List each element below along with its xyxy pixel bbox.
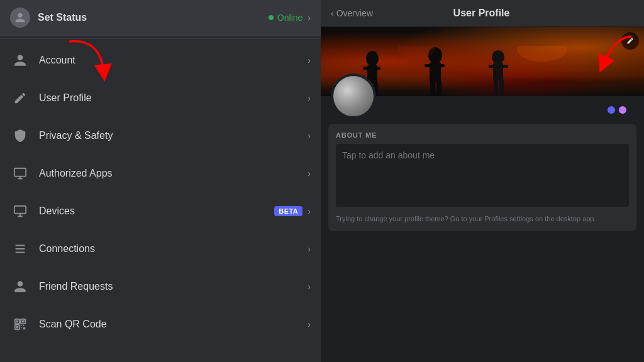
set-status-label: Set Status (38, 12, 269, 23)
menu-item-friend-requests[interactable]: Friend Requests › (0, 268, 321, 305)
svg-rect-27 (489, 65, 495, 68)
right-panel: ‹ Overview User Profile (321, 0, 644, 362)
svg-rect-6 (22, 321, 25, 323)
dot-purple (619, 106, 626, 114)
friend-requests-icon (10, 277, 30, 297)
account-icon (10, 50, 30, 70)
left-panel: Set Status Online › Account › User Pr (0, 0, 321, 362)
menu-item-user-profile[interactable]: User Profile › (0, 79, 321, 117)
menu-item-authorized-apps[interactable]: Authorized Apps › (0, 155, 321, 192)
about-hint: Trying to change your profile theme? Go … (336, 214, 629, 224)
monitor-icon (10, 201, 30, 221)
svg-rect-22 (438, 64, 445, 67)
svg-rect-15 (363, 67, 369, 70)
devices-label: Devices (39, 206, 269, 217)
svg-point-13 (366, 51, 379, 66)
right-panel-title: User Profile (373, 8, 590, 19)
svg-rect-12 (23, 327, 26, 330)
connections-chevron-icon: › (308, 244, 311, 254)
svg-rect-4 (16, 321, 19, 323)
profile-content: ABOUT ME Trying to change your profile t… (321, 27, 644, 362)
menu-item-devices[interactable]: Devices BETA › (0, 192, 321, 230)
status-chevron-icon: › (308, 13, 311, 23)
svg-rect-1 (14, 168, 26, 177)
menu-item-scan-qr-code[interactable]: Scan QR Code › (0, 305, 321, 343)
connections-icon (10, 239, 30, 259)
svg-point-31 (517, 46, 567, 62)
avatar-dots-row (321, 96, 644, 119)
qr-chevron-icon: › (308, 319, 311, 329)
privacy-chevron-icon: › (308, 131, 311, 141)
friend-requests-label: Friend Requests (39, 281, 303, 292)
shield-icon (10, 126, 30, 146)
svg-rect-21 (425, 64, 431, 67)
svg-rect-24 (436, 81, 441, 96)
svg-rect-2 (14, 206, 26, 214)
svg-rect-28 (502, 65, 508, 68)
online-dot (269, 15, 274, 20)
set-status-row[interactable]: Set Status Online › (0, 0, 321, 36)
account-label: Account (39, 55, 303, 66)
connections-label: Connections (39, 243, 303, 255)
svg-rect-23 (430, 81, 435, 96)
status-icon (10, 8, 30, 28)
authorized-apps-label: Authorized Apps (39, 168, 303, 179)
about-me-label: ABOUT ME (336, 131, 629, 139)
svg-rect-8 (16, 326, 19, 329)
menu-item-connections[interactable]: Connections › (0, 230, 321, 268)
svg-rect-30 (499, 79, 504, 96)
divider-1 (0, 38, 321, 39)
menu-item-account[interactable]: Account › (0, 41, 321, 79)
user-profile-label: User Profile (39, 92, 303, 104)
avatar-area (331, 74, 376, 119)
svg-rect-11 (21, 327, 22, 329)
profile-dots (597, 101, 636, 119)
authorized-apps-icon (10, 163, 30, 184)
about-section: ABOUT ME Trying to change your profile t… (328, 124, 636, 231)
user-profile-chevron-icon: › (308, 93, 311, 103)
right-header: ‹ Overview User Profile (321, 0, 644, 27)
authorized-apps-chevron-icon: › (308, 168, 311, 178)
edit-banner-button[interactable] (621, 32, 639, 50)
beta-badge: BETA (274, 206, 303, 216)
devices-chevron-icon: › (308, 206, 311, 216)
dot-blue (608, 106, 615, 114)
scan-qr-code-label: Scan QR Code (39, 319, 303, 330)
back-button[interactable]: ‹ Overview (331, 8, 373, 18)
qr-code-icon (10, 314, 30, 334)
about-me-textarea[interactable] (336, 144, 629, 207)
overview-back-label: Overview (336, 8, 373, 18)
svg-rect-9 (21, 325, 22, 326)
friend-requests-chevron-icon: › (308, 282, 311, 292)
svg-rect-16 (374, 67, 380, 70)
avatar (331, 74, 376, 119)
edit-icon (10, 88, 30, 108)
svg-point-25 (492, 50, 504, 64)
online-status: Online (269, 13, 303, 23)
back-chevron-icon: ‹ (331, 8, 334, 18)
privacy-safety-label: Privacy & Safety (39, 130, 303, 141)
account-chevron-icon: › (308, 55, 311, 65)
menu-item-privacy-safety[interactable]: Privacy & Safety › (0, 117, 321, 155)
svg-rect-29 (494, 79, 498, 96)
svg-rect-10 (23, 325, 25, 326)
